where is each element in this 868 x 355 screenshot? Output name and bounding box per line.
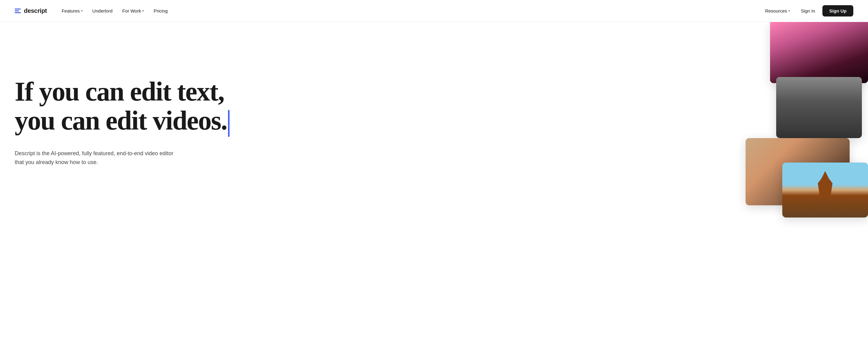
sign-up-button[interactable]: Sign Up <box>823 5 853 16</box>
hero-card-3: Like th... <box>746 138 850 205</box>
hero-section: If you can edit text, you can edit video… <box>0 22 868 355</box>
hero-card-2 <box>776 77 862 138</box>
text-cursor <box>228 110 229 137</box>
nav-left: descript Features ▾ Underlord For Work ▾… <box>15 6 172 16</box>
navbar: descript Features ▾ Underlord For Work ▾… <box>0 0 868 22</box>
nav-right: Resources ▾ Sign In Sign Up <box>762 5 853 16</box>
logo-text: descript <box>24 7 47 14</box>
hero-subtitle: Descript is the AI-powered, fully featur… <box>15 149 174 167</box>
nav-item-for-work[interactable]: For Work ▾ <box>119 6 147 16</box>
hero-card-2-inner <box>776 77 862 138</box>
shirt-text: Like th... <box>825 193 840 196</box>
hero-card-4 <box>782 163 868 217</box>
hero-card-1-inner <box>770 22 868 83</box>
hero-content: If you can edit text, you can edit video… <box>15 46 309 167</box>
logo[interactable]: descript <box>15 7 47 14</box>
nav-item-features[interactable]: Features ▾ <box>58 6 86 16</box>
hero-card-3-inner: Like th... <box>746 138 850 205</box>
nav-links: Features ▾ Underlord For Work ▾ Pricing <box>58 6 171 16</box>
landscape-butte <box>816 171 834 196</box>
nav-item-underlord[interactable]: Underlord <box>89 6 116 16</box>
descript-logo-icon <box>15 8 21 13</box>
hero-card-3-person: Like th... <box>746 138 850 205</box>
nav-item-pricing[interactable]: Pricing <box>150 6 172 16</box>
hero-card-1 <box>770 22 868 83</box>
sign-in-link[interactable]: Sign In <box>796 6 820 16</box>
features-chevron-icon: ▾ <box>81 9 83 12</box>
hero-headline: If you can edit text, you can edit video… <box>15 77 309 137</box>
resources-chevron-icon: ▾ <box>788 9 790 12</box>
nav-item-resources[interactable]: Resources ▾ <box>762 6 794 16</box>
hero-images: Like th... <box>740 22 868 355</box>
for-work-chevron-icon: ▾ <box>142 9 144 12</box>
hero-card-4-inner <box>782 163 868 217</box>
person-silhouette-1 <box>770 22 868 83</box>
hero-card-1-person <box>770 22 868 83</box>
